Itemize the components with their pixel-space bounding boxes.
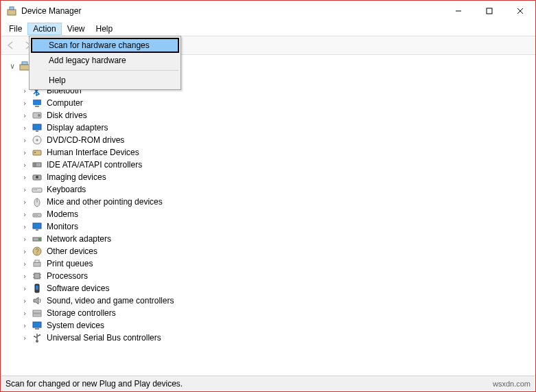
menu-file[interactable]: File (3, 23, 27, 35)
svg-point-51 (36, 340, 38, 343)
chevron-down-icon[interactable]: ∨ (8, 62, 16, 71)
tree-node[interactable]: ›Display adapters (8, 122, 535, 134)
device-category-icon (32, 221, 43, 232)
chevron-right-icon[interactable]: › (21, 210, 29, 219)
tree-node[interactable]: ›Print queues (8, 257, 535, 270)
device-category-icon (32, 332, 43, 343)
device-category-icon (32, 295, 43, 306)
chevron-right-icon[interactable]: › (21, 185, 29, 194)
svg-rect-50 (35, 328, 39, 330)
svg-rect-6 (20, 65, 30, 70)
device-category-icon (32, 233, 43, 244)
svg-point-22 (36, 176, 38, 178)
device-category-icon (32, 172, 43, 183)
chevron-right-icon[interactable]: › (21, 173, 29, 182)
tree-node[interactable]: ›Keyboards (8, 183, 535, 196)
device-category-icon (32, 147, 43, 158)
menu-scan-hardware[interactable]: Scan for hardware changes (31, 38, 179, 53)
chevron-right-icon[interactable]: › (21, 260, 29, 268)
tree-node-label: Universal Serial Bus controllers (45, 333, 161, 343)
tree-node[interactable]: ›Universal Serial Bus controllers (8, 332, 535, 344)
chevron-right-icon[interactable]: › (21, 284, 29, 293)
app-icon (6, 5, 17, 16)
svg-rect-38 (34, 262, 40, 266)
tree-node[interactable]: ›System devices (8, 319, 535, 332)
chevron-right-icon[interactable]: › (21, 148, 29, 157)
title-bar: Device Manager (1, 1, 535, 21)
device-category-icon (32, 308, 43, 319)
tree-node-label: Monitors (45, 222, 78, 231)
device-category-icon (32, 110, 43, 121)
chevron-right-icon[interactable]: › (21, 309, 29, 318)
tree-node[interactable]: ›Disk drives (8, 109, 535, 122)
chevron-right-icon[interactable]: › (21, 334, 29, 343)
tree-node-label: Display adapters (45, 123, 108, 132)
tree-node-label: Storage controllers (45, 308, 116, 318)
device-category-icon (32, 97, 43, 108)
svg-rect-32 (33, 223, 41, 229)
svg-rect-47 (33, 310, 41, 313)
tree-node-label: Other devices (45, 246, 97, 256)
minimize-button[interactable] (443, 1, 474, 21)
svg-point-53 (34, 336, 35, 337)
svg-rect-54 (39, 334, 40, 336)
chevron-right-icon[interactable]: › (21, 87, 29, 95)
chevron-right-icon[interactable]: › (21, 297, 29, 305)
svg-rect-48 (33, 314, 41, 316)
svg-rect-35 (38, 238, 40, 240)
chevron-right-icon[interactable]: › (21, 124, 29, 132)
tree-node[interactable]: ›Storage controllers (8, 307, 535, 319)
tree-node-label: Sound, video and game controllers (45, 296, 174, 305)
svg-point-31 (36, 215, 38, 216)
menu-action[interactable]: Action (27, 23, 61, 35)
device-tree-pane[interactable]: ∨ › atteries ›Bluetooth›Computer›Disk dr… (1, 56, 535, 372)
maximize-button[interactable] (474, 1, 504, 21)
svg-rect-13 (36, 130, 38, 132)
tree-node[interactable]: ›Network adapters (8, 233, 535, 245)
tree-node-label: Imaging devices (45, 172, 106, 182)
menu-view[interactable]: View (62, 23, 91, 35)
menu-add-legacy[interactable]: Add legacy hardware (31, 53, 179, 68)
tree-node[interactable]: ›Processors (8, 270, 535, 282)
tree-node[interactable]: ›Sound, video and game controllers (8, 295, 535, 307)
menu-help[interactable]: Help (91, 23, 119, 35)
tree-node[interactable]: ›Modems (8, 208, 535, 220)
chevron-right-icon[interactable]: › (21, 247, 29, 256)
device-category-icon (32, 135, 43, 146)
device-category-icon (32, 184, 43, 195)
tree-node[interactable]: ›Imaging devices (8, 171, 535, 183)
tree-node-label: Network adapters (45, 234, 111, 244)
tree-node-label: Software devices (45, 284, 109, 293)
device-category-icon (32, 209, 43, 220)
svg-rect-12 (33, 124, 41, 130)
tree-node-label: DVD/CD-ROM drives (45, 135, 124, 145)
chevron-right-icon[interactable]: › (21, 198, 29, 207)
device-category-icon (32, 320, 43, 331)
chevron-right-icon[interactable]: › (21, 235, 29, 244)
svg-rect-7 (22, 62, 27, 65)
chevron-right-icon[interactable]: › (21, 161, 29, 170)
chevron-right-icon[interactable]: › (21, 272, 29, 281)
chevron-right-icon[interactable]: › (21, 321, 29, 330)
chevron-right-icon[interactable]: › (21, 222, 29, 231)
menu-separator (49, 70, 178, 71)
tree-node[interactable]: ›Mice and other pointing devices (8, 196, 535, 208)
tree-node[interactable]: ›DVD/CD-ROM drives (8, 134, 535, 146)
tree-node[interactable]: ›Monitors (8, 220, 535, 233)
close-button[interactable] (504, 1, 535, 21)
svg-rect-40 (34, 273, 40, 279)
chevron-right-icon[interactable]: › (21, 111, 29, 120)
tree-node[interactable]: ›Software devices (8, 282, 535, 295)
tree-node[interactable]: ›Computer (8, 97, 535, 109)
tree-node[interactable]: ›?Other devices (8, 245, 535, 257)
tree-node[interactable]: ›IDE ATA/ATAPI controllers (8, 159, 535, 171)
svg-rect-1 (10, 7, 14, 10)
back-button[interactable] (3, 38, 19, 53)
svg-point-15 (36, 139, 38, 141)
menu-help-item[interactable]: Help (31, 73, 179, 88)
device-category-icon (32, 270, 43, 281)
chevron-right-icon[interactable]: › (21, 99, 29, 108)
device-category-icon (32, 258, 43, 269)
chevron-right-icon[interactable]: › (21, 136, 29, 145)
tree-node[interactable]: ›Human Interface Devices (8, 146, 535, 159)
